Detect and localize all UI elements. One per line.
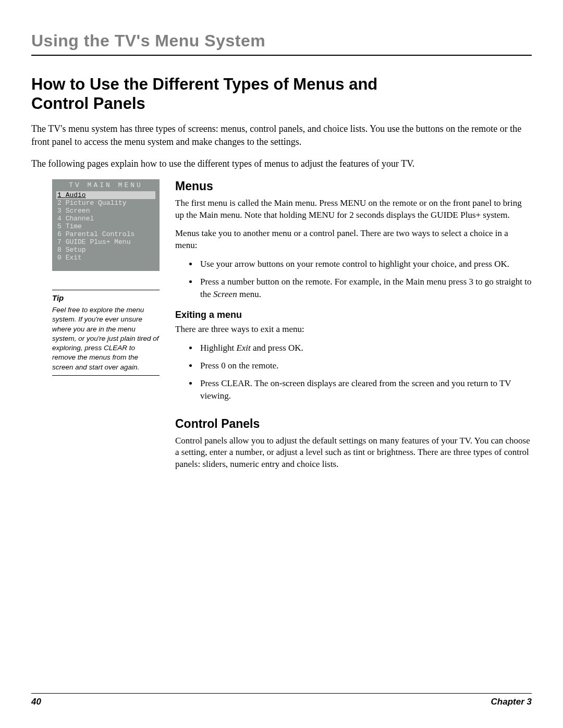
manual-page: Using the TV's Menu System How to Use th…: [0, 0, 563, 728]
list-item: Highlight Exit and press OK.: [198, 342, 532, 354]
tv-main-menu-screenshot: TV MAIN MENU 1 Audio 2 Picture Quality 3…: [52, 179, 160, 271]
tv-menu-item: 5 Time: [56, 223, 155, 230]
tv-menu-item: 4 Channel: [56, 215, 155, 223]
list-item: Press CLEAR. The on-screen displays are …: [198, 377, 532, 402]
tip-body: Feel free to explore the menu system. If…: [52, 305, 160, 372]
page-footer: 40 Chapter 3: [31, 693, 532, 707]
footer-row: 40 Chapter 3: [31, 697, 532, 707]
exiting-para: There are three ways to exit a menu:: [175, 324, 532, 336]
exiting-heading: Exiting a menu: [175, 310, 532, 320]
chapter-title: Using the TV's Menu System: [31, 31, 532, 51]
two-column-layout: TV MAIN MENU 1 Audio 2 Picture Quality 3…: [31, 179, 532, 477]
menus-bullet-list: Use your arrow buttons on your remote co…: [175, 258, 532, 300]
footer-rule: [31, 693, 532, 694]
chapter-rule: [31, 55, 532, 56]
tv-menu-item: 6 Parental Controls: [56, 230, 155, 238]
list-item: Use your arrow buttons on your remote co…: [198, 258, 532, 270]
page-number: 40: [31, 697, 41, 707]
tip-rule-bottom: [52, 375, 160, 376]
tv-menu-item: 3 Screen: [56, 207, 155, 215]
list-item: Press a number button on the remote. For…: [198, 276, 532, 301]
left-column: TV MAIN MENU 1 Audio 2 Picture Quality 3…: [31, 179, 160, 477]
menus-para-1: The first menu is called the Main menu. …: [175, 198, 532, 221]
tip-rule-top: [52, 290, 160, 290]
intro-paragraph-1: The TV's menu system has three types of …: [31, 122, 532, 148]
list-item: Press 0 on the remote.: [198, 360, 532, 372]
intro-paragraph-2: The following pages explain how to use t…: [31, 157, 532, 170]
menus-para-2: Menus take you to another menu or a cont…: [175, 228, 532, 252]
chapter-label: Chapter 3: [491, 697, 532, 707]
exiting-bullet-list: Highlight Exit and press OK. Press 0 on …: [175, 342, 532, 402]
tip-heading: Tip: [52, 293, 160, 302]
control-panels-heading: Control Panels: [175, 417, 532, 431]
menus-heading: Menus: [175, 179, 532, 193]
control-panels-para: Control panels allow you to adjust the d…: [175, 435, 532, 471]
tv-menu-item: 2 Picture Quality: [56, 199, 155, 207]
right-column: Menus The first menu is called the Main …: [175, 179, 532, 477]
page-heading: How to Use the Different Types of Menus …: [31, 75, 407, 113]
tv-menu-item: 8 Setup: [56, 246, 155, 254]
tv-menu-item: 7 GUIDE Plus+ Menu: [56, 238, 155, 246]
tv-menu-list: 1 Audio 2 Picture Quality 3 Screen 4 Cha…: [52, 191, 160, 262]
tv-menu-title: TV MAIN MENU: [52, 179, 160, 191]
tv-menu-item-audio: 1 Audio: [56, 191, 155, 199]
tv-menu-item: 0 Exit: [56, 254, 155, 262]
